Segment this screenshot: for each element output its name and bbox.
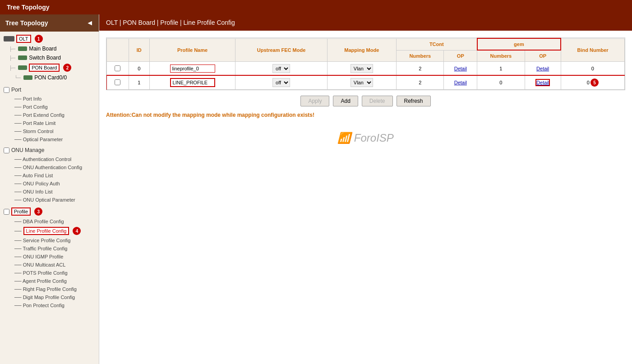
th-gem-group: gem xyxy=(477,38,561,50)
top-bar: Tree Topology xyxy=(0,0,632,14)
nav-port-info[interactable]: ── Port Info xyxy=(11,95,99,103)
row-profile-name-1[interactable] xyxy=(170,78,215,87)
th-checkbox xyxy=(107,38,129,62)
tree-node-olt[interactable]: OLT 1 xyxy=(0,33,99,44)
profile-items: ── DBA Profile Config ── Line Profile Co… xyxy=(0,217,99,309)
nav-section-onu-manage: ONU Manage ── Authentication Control ── … xyxy=(0,144,99,205)
row-gem-numbers-1: 0 xyxy=(477,76,525,90)
connector1: ├─ xyxy=(9,46,15,51)
sidebar-content: OLT 1 ├─ Main Board ├─ Switch Board ├─ P… xyxy=(0,32,99,364)
line-profile-table-container: ID Profile Name Upstream FEC Mode Mappin… xyxy=(106,37,625,90)
nav-optical-parameter[interactable]: ── Optical Parameter xyxy=(11,135,99,143)
row-checkbox-1[interactable] xyxy=(115,79,120,85)
nav-service-profile[interactable]: ── Service Profile Config xyxy=(11,236,99,244)
profile-checkbox[interactable] xyxy=(4,209,9,215)
nav-right-flag-profile[interactable]: ── Right Flag Profile Config xyxy=(11,285,99,293)
watermark: 📶 ForoISP xyxy=(106,132,625,144)
breadcrumb: OLT | PON Board | Profile | Line Profile… xyxy=(99,14,632,31)
row-id-1: 1 xyxy=(129,76,149,90)
port-section-header[interactable]: Port xyxy=(0,85,99,95)
pon-board-icon xyxy=(18,65,27,70)
connector2: ├─ xyxy=(9,55,15,60)
add-button[interactable]: Add xyxy=(333,96,358,106)
main-board-icon xyxy=(18,46,27,51)
nav-line-profile-config[interactable]: ── Line Profile Config 4 xyxy=(11,226,99,236)
line-profile-badge: 4 xyxy=(73,227,81,235)
nav-auto-find-list[interactable]: ── Auto Find List xyxy=(11,171,99,180)
row-gem-numbers-0: 1 xyxy=(477,62,525,76)
nav-storm-control[interactable]: ── Storm Control xyxy=(11,127,99,135)
row-fec-select-0[interactable]: offon xyxy=(272,64,290,73)
nav-onu-policy-auth[interactable]: ── ONU Policy Auth xyxy=(11,180,99,188)
apply-button[interactable]: Apply xyxy=(300,96,329,106)
olt-badge: 1 xyxy=(35,35,43,43)
profile-section-header[interactable]: Profile 3 xyxy=(0,206,99,217)
sidebar: Tree Topology ◄ OLT 1 ├─ Main Board ├─ S… xyxy=(0,14,99,364)
nav-port-config[interactable]: ── Port Config xyxy=(11,103,99,111)
breadcrumb-text: OLT | PON Board | Profile | Line Profile… xyxy=(106,19,235,26)
th-gem-numbers: Numbers xyxy=(477,50,525,62)
pon-board-badge: 2 xyxy=(63,64,71,72)
nav-auth-control[interactable]: ── Authentication Control xyxy=(11,155,99,163)
connector3: ├─ xyxy=(9,65,15,70)
th-tcont-group: TCont xyxy=(396,38,477,50)
content-area: OLT | PON Board | Profile | Line Profile… xyxy=(99,14,632,364)
row-id-0: 0 xyxy=(129,62,149,76)
olt-label[interactable]: OLT xyxy=(16,35,31,43)
row-profile-name-0[interactable] xyxy=(170,65,215,73)
nav-agent-profile[interactable]: ── Agent Profile Config xyxy=(11,277,99,285)
profile-section-label[interactable]: Profile xyxy=(11,207,31,216)
port-checkbox[interactable] xyxy=(4,87,9,93)
sidebar-collapse-arrow[interactable]: ◄ xyxy=(86,19,93,27)
attention-prefix: Attention: xyxy=(106,112,132,118)
nav-port-extend-config[interactable]: ── Port Extend Config xyxy=(11,111,99,119)
th-profile-name: Profile Name xyxy=(149,38,235,62)
nav-onu-igmp-profile[interactable]: ── ONU IGMP Profile xyxy=(11,253,99,261)
main-board-label[interactable]: Main Board xyxy=(29,46,56,52)
onu-manage-section-label: ONU Manage xyxy=(11,147,44,153)
nav-section-port: Port ── Port Info ── Port Config ── Port… xyxy=(0,84,99,144)
row-bind-number-0: 0 xyxy=(561,62,624,76)
line-profile-label[interactable]: Line Profile Config xyxy=(23,227,69,235)
nav-onu-info-list[interactable]: ── ONU Info List xyxy=(11,188,99,196)
nav-onu-optical-param[interactable]: ── ONU Optical Parameter xyxy=(11,196,99,204)
switch-board-label[interactable]: Switch Board xyxy=(29,55,61,61)
th-tcont-op: OP xyxy=(444,50,477,62)
badge-5: 5 xyxy=(590,78,599,87)
nav-pon-protect-config[interactable]: ── Pon Protect Config xyxy=(11,301,99,309)
onu-manage-section-header[interactable]: ONU Manage xyxy=(0,145,99,155)
tree-node-pon-board[interactable]: ├─ PON Board 2 xyxy=(0,62,99,73)
row-mapping-select-1[interactable]: VlanGem xyxy=(351,78,373,87)
nav-pots-profile[interactable]: ── POTS Profile Config xyxy=(11,269,99,277)
sidebar-title: Tree Topology xyxy=(5,19,48,27)
nav-onu-auth-config[interactable]: ── ONU Authentication Config xyxy=(11,163,99,171)
pon-board-label[interactable]: PON Board xyxy=(29,64,60,72)
row-fec-select-1[interactable]: offon xyxy=(272,78,290,87)
attention-message: Attention:Can not modify the mapping mod… xyxy=(106,112,625,118)
content-body: ID Profile Name Upstream FEC Mode Mappin… xyxy=(99,31,632,364)
tree-node-switch-board[interactable]: ├─ Switch Board xyxy=(0,53,99,62)
nav-dba-profile[interactable]: ── DBA Profile Config xyxy=(11,217,99,226)
th-gem-op: OP xyxy=(525,50,561,62)
line-profile-table: ID Profile Name Upstream FEC Mode Mappin… xyxy=(106,38,625,90)
nav-onu-multicast-acl[interactable]: ── ONU Multicast ACL xyxy=(11,261,99,269)
row-gem-detail-0[interactable]: Detail xyxy=(536,66,549,71)
row-tcont-detail-1[interactable]: Detail xyxy=(454,80,467,85)
nav-traffic-profile[interactable]: ── Traffic Profile Config xyxy=(11,244,99,253)
refresh-button[interactable]: Refresh xyxy=(397,96,431,106)
delete-button[interactable]: Delete xyxy=(362,96,393,106)
nav-digit-map-profile[interactable]: ── Digit Map Profile Config xyxy=(11,293,99,301)
onu-manage-checkbox[interactable] xyxy=(4,147,9,153)
tree-node-pon-card[interactable]: └─ PON Card0/0 xyxy=(0,73,99,82)
nav-port-rate-limit[interactable]: ── Port Rate Limit xyxy=(11,119,99,127)
watermark-text: ForoISP xyxy=(354,132,394,144)
pon-card-label[interactable]: PON Card0/0 xyxy=(34,74,67,81)
tree-node-main-board[interactable]: ├─ Main Board xyxy=(0,44,99,53)
row-mapping-select-0[interactable]: VlanGem xyxy=(351,64,373,73)
profile-badge: 3 xyxy=(34,207,42,216)
row-tcont-detail-0[interactable]: Detail xyxy=(454,66,467,71)
row-checkbox-0[interactable] xyxy=(115,65,120,71)
row-bind-number-1: 05 xyxy=(561,76,624,90)
row-gem-detail-1[interactable]: Detail xyxy=(535,79,550,86)
attention-text: Can not modify the mapping mode while ma… xyxy=(132,112,314,118)
